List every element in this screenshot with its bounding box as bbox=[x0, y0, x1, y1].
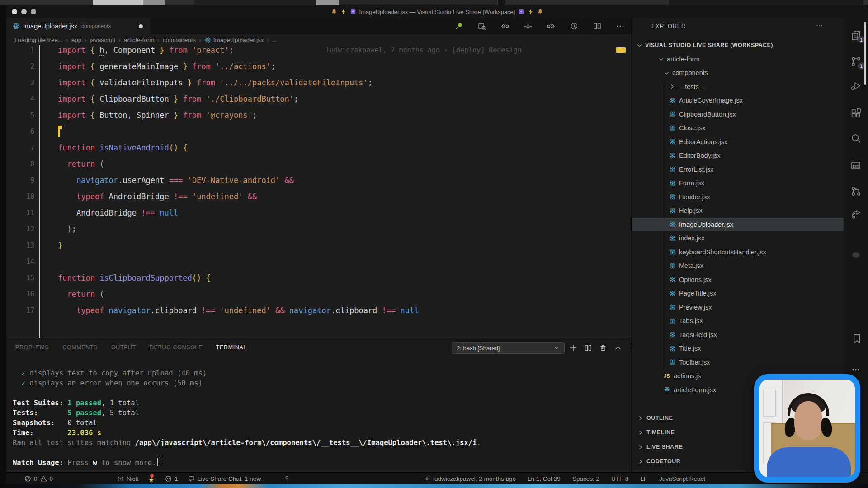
liveshare-chat-button[interactable]: Live Share Chat: 1 new bbox=[188, 475, 261, 482]
code-token: import bbox=[58, 111, 90, 120]
code-line[interactable]: 16 return ( bbox=[6, 286, 631, 302]
panel-actions bbox=[569, 342, 637, 354]
warnings-count: 0 bbox=[50, 475, 53, 482]
activity-report-icon[interactable] bbox=[850, 160, 862, 171]
problems-indicator[interactable]: 0 0 bbox=[24, 475, 53, 482]
code-line[interactable]: 1import { h, Component } from 'preact';l… bbox=[6, 42, 631, 58]
tree-item-label: ErrorList.jsx bbox=[679, 166, 714, 173]
activity-search-icon[interactable] bbox=[850, 132, 862, 144]
plus-icon[interactable] bbox=[569, 343, 578, 352]
activity-more-icon[interactable] bbox=[850, 364, 862, 375]
code-line[interactable]: 15function isClipboardSupported() { bbox=[6, 270, 631, 286]
participants-indicator[interactable]: 1 bbox=[165, 475, 178, 482]
code-line[interactable]: 14 bbox=[6, 253, 631, 270]
cursor-position[interactable]: Ln 1, Col 39 bbox=[528, 475, 561, 482]
tree-item-options-jsx[interactable]: Options.jsx bbox=[632, 273, 844, 287]
sidebar-scrollbar[interactable] bbox=[864, 22, 866, 85]
nav-fwd-icon[interactable] bbox=[547, 22, 556, 31]
code-line[interactable]: 8 return ( bbox=[6, 156, 631, 172]
panel-tab-comments[interactable]: COMMENTS bbox=[62, 344, 98, 351]
code-line[interactable]: 10 typeof AndroidBridge !== 'undefined' … bbox=[6, 188, 631, 205]
code-line[interactable]: 7function isNativeAndroid() { bbox=[6, 140, 631, 156]
panel-tab-terminal[interactable]: TERMINAL bbox=[216, 344, 247, 351]
react-icon bbox=[669, 276, 676, 283]
tree-item-keyboardshortcutshandler-jsx[interactable]: keyboardShortcutsHandler.jsx bbox=[632, 245, 844, 259]
activity-bird-icon[interactable] bbox=[850, 249, 862, 260]
activity-bookmark-icon[interactable] bbox=[850, 332, 862, 344]
panel-tab-debug-console[interactable]: DEBUG CONSOLE bbox=[150, 344, 203, 351]
chev-up-icon[interactable] bbox=[613, 343, 623, 352]
panel-tab-output[interactable]: OUTPUT bbox=[111, 344, 136, 351]
terminal-line: Snapshots: 0 total bbox=[13, 418, 618, 428]
panel-tab-problems[interactable]: PROBLEMS bbox=[15, 344, 49, 351]
tree-item-article-form[interactable]: article-form bbox=[632, 52, 844, 66]
presence-indicator[interactable] bbox=[283, 475, 290, 482]
code-line[interactable]: 5import { Button, Spinner } from '@crayo… bbox=[6, 107, 631, 123]
activity-graph-icon[interactable]: 1 bbox=[850, 56, 862, 67]
tree-item-preview-jsx[interactable]: Preview.jsx bbox=[632, 300, 844, 314]
nav-dot-icon[interactable] bbox=[524, 22, 533, 31]
tree-item-header-jsx[interactable]: Header.jsx bbox=[632, 190, 844, 204]
tree-item-pagetitle-jsx[interactable]: PageTitle.jsx bbox=[632, 286, 844, 300]
code-line[interactable]: 11 AndroidBridge !== null bbox=[6, 205, 631, 221]
activity-git-icon[interactable] bbox=[850, 185, 862, 197]
tree-item-tabs-jsx[interactable]: Tabs.jsx bbox=[632, 314, 844, 328]
trash-icon[interactable] bbox=[599, 343, 608, 352]
tree-item-clipboardbutton-jsx[interactable]: ClipboardButton.jsx bbox=[632, 108, 844, 122]
more-icon[interactable] bbox=[616, 22, 625, 31]
tree-item-toolbar-jsx[interactable]: Toolbar.jsx bbox=[632, 356, 844, 370]
tree-item--tests-[interactable]: __tests__ bbox=[632, 80, 844, 94]
tree-item-errorlist-jsx[interactable]: ErrorList.jsx bbox=[632, 163, 844, 177]
code-editor[interactable]: 1import { h, Component } from 'preact';l… bbox=[6, 45, 631, 338]
pin-icon[interactable] bbox=[454, 22, 463, 31]
code-line[interactable]: 3import { validateFileInputs } from '../… bbox=[6, 75, 631, 91]
code-line[interactable]: 2import { generateMainImage } from '../a… bbox=[6, 58, 631, 75]
tree-item-editoractions-jsx[interactable]: EditorActions.jsx bbox=[632, 135, 844, 149]
nav-back-icon[interactable] bbox=[500, 22, 509, 31]
split-icon[interactable] bbox=[593, 22, 602, 31]
tree-item-meta-jsx[interactable]: Meta.jsx bbox=[632, 259, 844, 273]
blame-indicator[interactable]: ludwiczakpawel, 2 months ago bbox=[424, 475, 516, 482]
tree-item-visual-studio-live-share-workspace-[interactable]: VISUAL STUDIO LIVE SHARE (WORKSPACE) bbox=[632, 38, 844, 52]
liveshare-host-button[interactable]: Nick bbox=[117, 475, 138, 482]
tree-item-imageuploader-jsx[interactable]: ImageUploader.jsx bbox=[632, 218, 844, 232]
tree-item-index-jsx[interactable]: index.jsx bbox=[632, 231, 844, 245]
tree-item-title-jsx[interactable]: Title.jsx bbox=[632, 342, 844, 356]
code-token: import bbox=[58, 78, 90, 87]
preview-icon[interactable] bbox=[477, 22, 486, 31]
section-label: TIMELINE bbox=[646, 429, 675, 436]
code-token: typeof bbox=[76, 306, 109, 315]
tree-item-form-jsx[interactable]: Form.jsx bbox=[632, 176, 844, 190]
tree-item-close-jsx[interactable]: Close.jsx bbox=[632, 121, 844, 135]
tree-item-help-jsx[interactable]: Help.jsx bbox=[632, 204, 844, 218]
encoding-setting[interactable]: UTF-8 bbox=[611, 475, 628, 482]
tree-item-articlecoverimage-jsx[interactable]: ArticleCoverImage.jsx bbox=[632, 94, 844, 108]
terminal-output[interactable]: ✓ displays text to copy after upload (40… bbox=[13, 368, 618, 468]
eol-setting[interactable]: LF bbox=[640, 475, 647, 482]
activity-extensions-icon[interactable] bbox=[850, 107, 862, 119]
tree-item-tagsfield-jsx[interactable]: TagsField.jsx bbox=[632, 328, 844, 342]
code-token: ; bbox=[271, 62, 275, 71]
sidebar-more-icon[interactable]: ⋯ bbox=[816, 22, 823, 30]
activity-share-icon[interactable] bbox=[850, 208, 862, 220]
split-sm-icon[interactable] bbox=[584, 343, 593, 352]
code-token: AndroidBridge bbox=[109, 192, 174, 201]
activity-debug-icon[interactable] bbox=[850, 80, 862, 92]
code-line[interactable]: 4import { ClipboardButton } from './Clip… bbox=[6, 91, 631, 107]
tree-item-editorbody-jsx[interactable]: EditorBody.jsx bbox=[632, 149, 844, 163]
code-line[interactable]: 6 bbox=[6, 123, 631, 140]
tree-item-label: articleForm.jsx bbox=[674, 386, 716, 394]
tree-item-components[interactable]: components bbox=[632, 66, 844, 80]
terminal-shell-select[interactable]: 2: bash [Shared] bbox=[452, 342, 565, 354]
language-mode[interactable]: JavaScript React bbox=[659, 475, 705, 482]
desktop-strip-segment bbox=[194, 0, 316, 5]
indentation-setting[interactable]: Spaces: 2 bbox=[572, 475, 599, 482]
code-token: . bbox=[331, 306, 335, 315]
code-line[interactable]: 12 ); bbox=[6, 221, 631, 237]
code-line[interactable]: 13} bbox=[6, 237, 631, 253]
activity-files-icon[interactable]: 1 bbox=[850, 29, 862, 41]
tab-imageuploader[interactable]: ImageUploader.jsx components bbox=[6, 18, 150, 34]
history-icon[interactable] bbox=[570, 22, 579, 31]
code-line[interactable]: 17 typeof navigator.clipboard !== 'undef… bbox=[6, 302, 631, 319]
code-line[interactable]: 9 navigator.userAgent === 'DEV-Native-an… bbox=[6, 172, 631, 188]
